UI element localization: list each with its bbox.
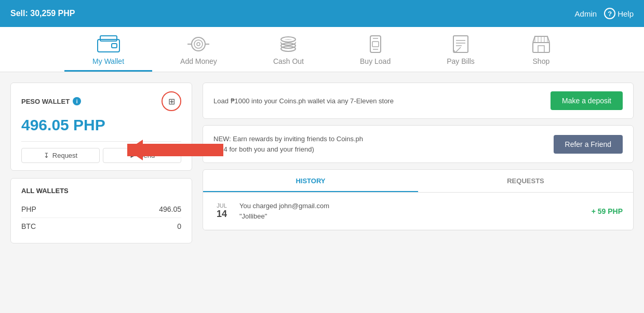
wallet-row-btc: BTC 0 [21,218,181,235]
history-description: You charged john@gmail.com"Jollibee" [239,201,592,221]
tab-shop[interactable]: Shop [503,27,580,72]
peso-wallet-card: PESO WALLET i ⊞ 496.05 PHP ↧ Request ► S… [10,83,192,171]
tab-cash-out[interactable]: Cash Out [245,27,332,72]
help-icon: ? [604,8,615,19]
tab-buy-load-label: Buy Load [360,57,391,65]
tab-add-money-label: Add Money [180,57,217,65]
wallet-icon [97,35,120,53]
svg-rect-17 [453,36,468,52]
tab-pay-bills-label: Pay Bills [447,57,475,65]
deposit-banner: Load ₱1000 into your Coins.ph wallet via… [203,83,634,119]
refer-text: NEW: Earn rewards by inviting friends to… [213,134,363,154]
qr-button[interactable]: ⊞ [162,91,181,111]
wallet-amount-btc: 0 [177,222,181,230]
refer-banner: NEW: Earn rewards by inviting friends to… [203,125,634,163]
tab-my-wallet[interactable]: My Wallet [64,27,152,72]
cash-out-icon [277,35,300,53]
svg-point-3 [192,37,205,51]
tab-cash-out-label: Cash Out [273,57,304,65]
right-panel: Load ₱1000 into your Coins.ph wallet via… [203,83,634,291]
svg-rect-21 [533,43,549,52]
history-month: JUL [213,202,230,209]
help-label: Help [618,9,634,18]
top-bar: Sell: 30,259 PHP Admin ? Help [0,0,644,27]
wallet-currency-php: PHP [21,205,36,213]
buy-load-icon [367,35,384,53]
wallet-amount-php: 496.05 [159,205,181,213]
top-bar-right: Admin ? Help [575,8,634,19]
tab-pay-bills[interactable]: Pay Bills [419,27,503,72]
help-section[interactable]: ? Help [604,8,634,19]
shop-icon [531,35,552,53]
peso-wallet-header: PESO WALLET i ⊞ [21,91,181,111]
history-day: 14 [213,209,230,220]
wallet-actions: ↧ Request ► Send [21,141,181,163]
qr-code-icon: ⊞ [168,97,175,106]
all-wallets-card: ALL WALLETS PHP 496.05 BTC 0 [10,178,192,243]
request-button[interactable]: ↧ Request [21,148,100,163]
svg-point-5 [197,43,200,46]
svg-rect-15 [372,42,379,47]
admin-label: Admin [575,9,597,18]
tab-my-wallet-label: My Wallet [92,57,124,65]
svg-rect-2 [112,44,117,48]
all-wallets-title: ALL WALLETS [21,187,181,195]
svg-rect-23 [538,46,544,52]
svg-point-4 [194,40,203,48]
main-content: PESO WALLET i ⊞ 496.05 PHP ↧ Request ► S… [0,72,644,301]
wallet-currency-btc: BTC [21,222,36,230]
add-money-icon [187,35,210,53]
download-icon: ↧ [44,152,49,159]
tab-history[interactable]: HISTORY [203,170,418,192]
tab-requests[interactable]: REQUESTS [418,170,633,192]
sell-price: Sell: 30,259 PHP [10,9,75,18]
peso-wallet-title: PESO WALLET i [21,97,81,105]
tab-shop-label: Shop [533,57,550,65]
left-panel: PESO WALLET i ⊞ 496.05 PHP ↧ Request ► S… [10,83,192,291]
nav-tabs: My Wallet Add Money Cash Out Buy Load [0,27,644,72]
history-tabs: HISTORY REQUESTS [203,170,633,193]
tab-add-money[interactable]: Add Money [152,27,245,72]
refer-friend-button[interactable]: Refer a Friend [554,135,623,154]
send-button[interactable]: ► Send [103,148,181,163]
send-icon: ► [129,152,136,159]
info-icon[interactable]: i [73,97,81,105]
history-card: HISTORY REQUESTS JUL 14 You charged john… [203,169,634,230]
history-amount: + 59 PHP [592,207,623,215]
pay-bills-icon [451,35,470,53]
make-deposit-button[interactable]: Make a deposit [551,91,623,110]
svg-rect-1 [100,36,117,41]
history-date: JUL 14 [213,202,230,220]
tab-buy-load[interactable]: Buy Load [332,27,419,72]
history-row: JUL 14 You charged john@gmail.com"Jollib… [203,193,633,230]
balance-amount: 496.05 PHP [21,116,181,134]
wallet-row-php: PHP 496.05 [21,201,181,218]
deposit-banner-text: Load ₱1000 into your Coins.ph wallet via… [213,97,394,105]
